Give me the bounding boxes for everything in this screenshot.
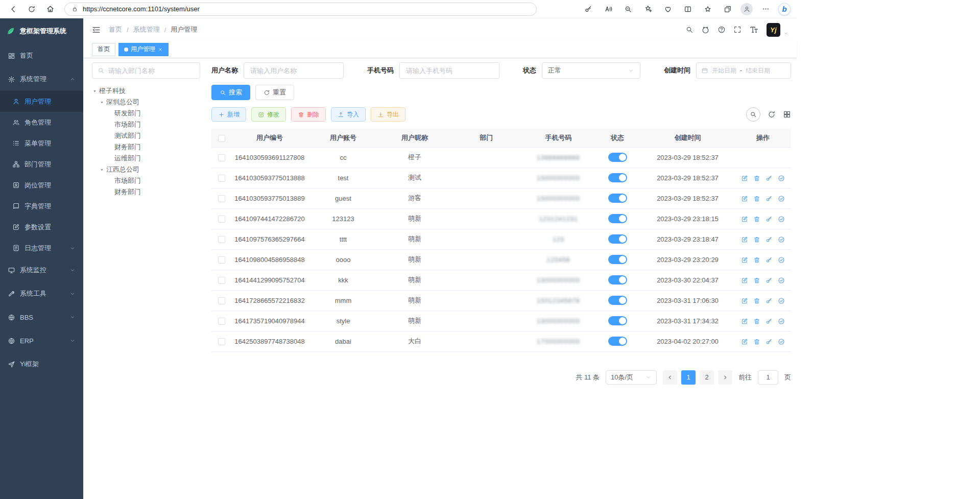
search-button[interactable]: 搜索 [211,85,250,100]
status-toggle[interactable] [608,296,627,305]
page-button-1[interactable]: 1 [681,370,696,385]
favorites-button[interactable] [701,2,715,16]
tree-node[interactable]: 测试部门 [92,130,200,141]
reset-button[interactable]: 重置 [255,85,294,100]
site-info-icon[interactable] [71,6,78,12]
sidebar-item-param[interactable]: 参数设置 [0,217,83,237]
delete-button[interactable]: 删除 [291,107,326,122]
tree-node[interactable]: 深圳总公司 [92,97,200,108]
delete-row-button[interactable] [753,216,760,223]
phone-input[interactable] [399,62,499,79]
refresh-table-button[interactable] [768,110,776,118]
font-size-button[interactable] [749,25,759,35]
delete-row-button[interactable] [753,236,760,243]
reload-button[interactable] [25,2,39,16]
sidebar-item-user[interactable]: 用户管理 [0,91,83,112]
sidebar-item-system[interactable]: 系统管理 [0,67,83,91]
read-aloud-button[interactable] [601,2,615,16]
sidebar-item-erp[interactable]: ERP [0,329,83,352]
row-checkbox[interactable] [218,154,225,161]
row-checkbox[interactable] [218,318,225,325]
row-checkbox[interactable] [218,195,225,202]
sidebar-item-dict[interactable]: 字典管理 [0,196,83,217]
tree-node[interactable]: 运维部门 [92,153,200,164]
sidebar-item-menu[interactable]: 菜单管理 [0,133,83,154]
delete-row-button[interactable] [753,297,760,304]
add-favorite-button[interactable] [641,2,655,16]
header-search-button[interactable] [685,26,694,34]
reset-password-button[interactable] [766,338,773,345]
delete-row-button[interactable] [753,277,760,284]
row-checkbox[interactable] [218,338,225,345]
sidebar-item-monitor[interactable]: 系统监控 [0,258,83,282]
status-toggle[interactable] [608,214,627,223]
tree-node[interactable]: 市场部门 [92,119,200,130]
dept-search-input[interactable] [108,67,195,75]
reset-password-button[interactable] [766,297,773,304]
edit-row-button[interactable] [741,216,748,223]
goto-page-input[interactable] [758,370,778,385]
browser-more-button[interactable] [758,2,773,16]
page-size-select[interactable]: 10条/页 [606,370,657,385]
edit-row-button[interactable] [741,175,748,182]
sidebar-fold-button[interactable] [91,25,101,35]
assign-role-button[interactable] [778,236,785,243]
edit-button[interactable]: 修改 [251,107,286,122]
tree-node[interactable]: 财务部门 [92,141,200,153]
status-select[interactable]: 正常 [542,62,640,79]
next-page-button[interactable] [718,370,732,385]
prev-page-button[interactable] [663,370,677,385]
add-button[interactable]: 新增 [211,107,246,122]
close-icon[interactable] [158,47,163,52]
browser-essentials-button[interactable] [661,2,675,16]
edit-row-button[interactable] [741,256,748,264]
reset-password-button[interactable] [766,195,773,202]
row-checkbox[interactable] [218,297,225,304]
assign-role-button[interactable] [778,195,785,202]
split-screen-button[interactable] [681,2,695,16]
status-toggle[interactable] [608,275,627,284]
edit-row-button[interactable] [741,195,748,202]
tree-node[interactable]: 市场部门 [92,175,200,186]
row-checkbox[interactable] [218,236,225,243]
date-range-picker[interactable]: 开始日期 - 结束日期 [696,62,791,79]
show-search-button[interactable] [746,107,760,122]
delete-row-button[interactable] [753,318,760,325]
row-checkbox[interactable] [218,216,225,223]
tree-node[interactable]: 橙子科技 [92,85,200,97]
edit-row-button[interactable] [741,277,748,284]
select-all-checkbox[interactable] [218,135,225,142]
browser-home-button[interactable] [43,2,57,16]
edit-row-button[interactable] [741,338,748,345]
reset-password-button[interactable] [766,175,773,182]
assign-role-button[interactable] [778,216,785,223]
copilot-button[interactable]: b [778,3,791,15]
sidebar-item-dept[interactable]: 部门管理 [0,154,83,175]
reset-password-button[interactable] [766,236,773,243]
sidebar-item-log[interactable]: 日志管理 [0,237,83,258]
user-avatar[interactable]: Yj [767,23,780,37]
assign-role-button[interactable] [778,338,785,345]
delete-row-button[interactable] [753,256,760,264]
column-settings-button[interactable] [783,110,791,118]
assign-role-button[interactable] [778,318,785,325]
sidebar-item-bbs[interactable]: BBS [0,305,83,329]
assign-role-button[interactable] [778,175,785,182]
assign-role-button[interactable] [778,277,785,284]
sidebar-item-tool[interactable]: 系统工具 [0,282,83,305]
assign-role-button[interactable] [778,297,785,304]
tree-node[interactable]: 财务部门 [92,186,200,198]
page-button-2[interactable]: 2 [700,370,714,385]
sidebar-item-home[interactable]: 首页 [0,44,83,67]
status-toggle[interactable] [608,173,627,182]
breadcrumb-item[interactable]: 首页 [109,25,122,34]
password-key-button[interactable] [581,2,595,16]
row-checkbox[interactable] [218,256,225,264]
edit-row-button[interactable] [741,318,748,325]
tag-首页[interactable]: 首页 [92,43,115,56]
tree-node[interactable]: 研发部门 [92,108,200,119]
tag-用户管理[interactable]: 用户管理 [118,43,169,56]
back-button[interactable] [6,2,20,16]
address-bar[interactable]: https://ccnetcore.com:1101/system/user [64,3,537,16]
reset-password-button[interactable] [766,277,773,284]
